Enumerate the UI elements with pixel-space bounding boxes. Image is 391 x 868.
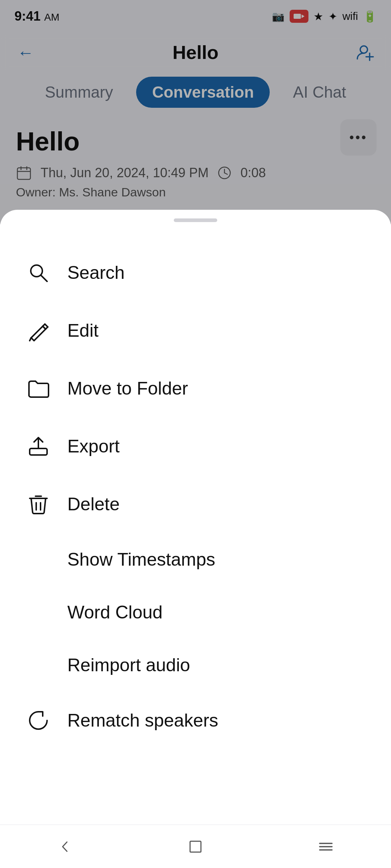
export-label: Export: [67, 436, 120, 457]
menu-item-show-timestamps[interactable]: Show Timestamps: [0, 533, 391, 586]
reimport-audio-label: Reimport audio: [67, 655, 190, 675]
refresh-icon: [25, 707, 51, 733]
svg-line-14: [30, 338, 31, 341]
search-label: Search: [67, 262, 125, 283]
sheet-handle: [174, 218, 217, 222]
menu-item-export[interactable]: Export: [0, 417, 391, 475]
dim-overlay[interactable]: [0, 0, 391, 224]
menu-item-move-to-folder[interactable]: Move to Folder: [0, 359, 391, 417]
export-icon: [25, 433, 51, 459]
bottom-nav: [0, 825, 391, 868]
trash-icon: [25, 491, 51, 517]
bottom-sheet: Search Edit Move to Folder: [0, 210, 391, 868]
menu-item-reimport-audio[interactable]: Reimport audio: [0, 639, 391, 692]
menu-item-rematch-speakers[interactable]: Rematch speakers: [0, 692, 391, 749]
menu-item-edit[interactable]: Edit: [0, 302, 391, 359]
menu-item-delete[interactable]: Delete: [0, 475, 391, 533]
word-cloud-label: Word Cloud: [67, 602, 163, 622]
edit-icon: [25, 318, 51, 344]
svg-rect-15: [30, 448, 47, 455]
show-timestamps-label: Show Timestamps: [67, 549, 215, 570]
svg-rect-21: [190, 841, 201, 852]
nav-back-button[interactable]: [43, 832, 87, 861]
svg-line-13: [41, 275, 47, 281]
move-to-folder-label: Move to Folder: [67, 378, 188, 399]
edit-label: Edit: [67, 320, 98, 341]
rematch-speakers-label: Rematch speakers: [67, 710, 218, 731]
delete-label: Delete: [67, 494, 120, 515]
nav-menu-button[interactable]: [304, 832, 348, 861]
folder-icon: [25, 375, 51, 401]
search-icon: [25, 260, 51, 286]
menu-item-search[interactable]: Search: [0, 244, 391, 302]
menu-item-word-cloud[interactable]: Word Cloud: [0, 586, 391, 639]
nav-home-button[interactable]: [174, 832, 217, 861]
